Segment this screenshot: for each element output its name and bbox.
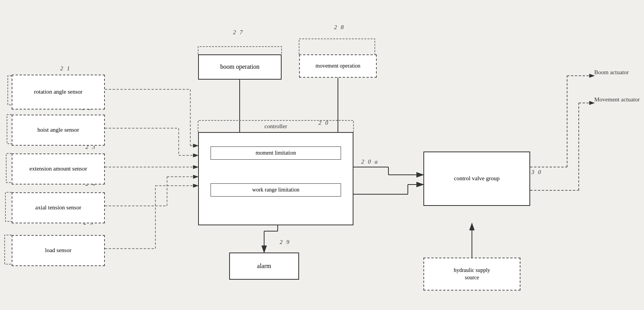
label-30: 3 0 <box>531 169 542 176</box>
controller-label: controller <box>265 123 287 130</box>
moment-limitation-label: moment limitation <box>256 150 296 156</box>
label-20a: 2 0 a <box>361 158 379 165</box>
hoist-angle-sensor-box: hoist angle sensor <box>12 115 105 146</box>
label-21: 2 1 <box>60 65 71 72</box>
load-sensor-box: load sensor <box>12 235 105 266</box>
rotation-angle-sensor-label: rotation angle sensor <box>34 88 83 96</box>
hydraulic-supply-source-box: hydraulic supply source <box>423 258 520 291</box>
boom-actuator-label: Boom actuator <box>594 69 629 76</box>
boom-operation-label: boom operation <box>220 63 259 71</box>
hoist-angle-sensor-label: hoist angle sensor <box>37 126 79 134</box>
alarm-box: alarm <box>229 253 299 280</box>
hydraulic-supply-source-label: hydraulic supply source <box>454 267 490 281</box>
label-29: 2 9 <box>280 239 291 246</box>
axial-tension-sensor-box: axial tension sensor <box>12 192 105 223</box>
control-valve-group-box: control valve group <box>423 152 530 206</box>
movement-actuator-label: Movement actuator <box>594 96 640 103</box>
work-range-limitation-box: work range limitation <box>211 183 341 197</box>
movement-operation-label: movement operation <box>315 63 360 70</box>
label-20: 2 0 <box>319 120 329 126</box>
extension-amount-sensor-box: extension amount sensor <box>12 153 105 185</box>
axial-tension-sensor-label: axial tension sensor <box>35 204 81 212</box>
rotation-angle-sensor-box: rotation angle sensor <box>12 75 105 110</box>
boom-operation-box: boom operation <box>198 54 282 80</box>
load-sensor-label: load sensor <box>45 247 71 254</box>
moment-limitation-box: moment limitation <box>211 146 341 160</box>
label-28: 2 8 <box>334 24 345 31</box>
controller-box: controller moment limitation work range … <box>198 132 353 225</box>
movement-operation-box: movement operation <box>299 54 377 78</box>
work-range-limitation-label: work range limitation <box>252 187 299 193</box>
control-valve-group-label: control valve group <box>454 175 500 183</box>
alarm-label: alarm <box>257 262 271 270</box>
diagram: 2 1 2 2 2 3 2 4 2 5 2 7 2 8 2 0 2 0 a 2 … <box>0 0 644 310</box>
extension-amount-sensor-label: extension amount sensor <box>30 165 87 173</box>
label-27: 2 7 <box>233 29 244 36</box>
